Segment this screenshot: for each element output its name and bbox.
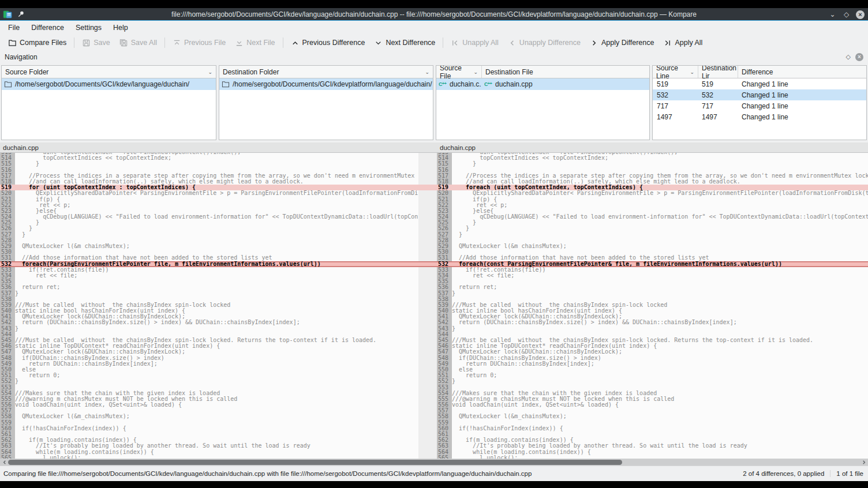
difference-row[interactable]: 717 717 Changed 1 line <box>653 100 866 111</box>
code-line: 543 } <box>0 326 418 332</box>
connector-row <box>418 202 437 208</box>
difference-row[interactable]: 519 519 Changed 1 line <box>653 78 866 89</box>
menu-settings[interactable]: Settings <box>70 22 107 33</box>
connector-row <box>418 208 437 214</box>
source-code-view[interactable]: 513 uint topContextIndex = file->indexed… <box>0 153 418 459</box>
code-line: 527 } <box>0 232 418 238</box>
files-list[interactable]: C⁺⁺ duchain.c... C⁺⁺ duchain.cpp <box>436 78 649 140</box>
difference-row[interactable]: 1497 1497 Changed 1 line <box>653 111 866 122</box>
destination-code-view[interactable]: 513 uint topContextIndex = file->indexed… <box>437 153 868 459</box>
connector-row <box>418 226 437 231</box>
code-line: 530 <box>437 249 868 255</box>
connector-row <box>418 332 437 337</box>
code-line: 549 return DUChain::chainsByIndex[index]… <box>0 361 418 367</box>
code-line: 531 //Add those information that have no… <box>0 255 418 261</box>
code-line: 514 topContextIndices << topContextIndex… <box>0 155 418 161</box>
previous-file-button[interactable]: Previous File <box>168 36 230 50</box>
unapply-difference-button[interactable]: Unapply Difference <box>503 36 585 50</box>
menu-difference[interactable]: Difference <box>25 22 70 33</box>
horizontal-scroll-thumb[interactable] <box>8 460 622 465</box>
line-text: ///Must be called _without_ the chainsBy… <box>452 337 868 343</box>
code-line: 520 QExplicitlySharedDataPointer< Parsin… <box>437 190 868 196</box>
menubar: File Difference Settings Help <box>0 21 868 35</box>
line-text: static inline TopDUContext* readChainFor… <box>452 343 868 349</box>
source-folder-row[interactable]: /home/sergobot/Documents/GCI/kdev/langua… <box>2 78 216 90</box>
titlebar[interactable]: file:///home/sergobot/Documents/GCI/kdev… <box>0 8 868 21</box>
code-line: 526 } <box>437 226 868 231</box>
line-text <box>15 279 418 284</box>
line-text: QMutexLocker lock(&DUChain::chainsByInde… <box>452 314 868 320</box>
line-text <box>452 296 868 302</box>
difference-row[interactable]: 532 532 Changed 1 line <box>653 89 866 100</box>
minimize-button[interactable]: ⌄ <box>828 10 837 19</box>
line-text: } <box>15 378 418 384</box>
dock-close-button[interactable]: × <box>855 53 863 61</box>
source-code-lines: 513 uint topContextIndex = file->indexed… <box>0 153 418 459</box>
menu-help[interactable]: Help <box>107 22 134 33</box>
close-button[interactable]: × <box>856 10 865 19</box>
toolbar-separator <box>74 37 74 48</box>
line-text: while(m_loading.contains(index)) { <box>15 449 418 455</box>
difference-column-header[interactable]: Difference <box>738 66 866 78</box>
save-button[interactable]: Save <box>77 36 115 50</box>
dock-float-button[interactable]: ◇ <box>846 53 851 61</box>
maximize-button[interactable]: ◇ <box>842 10 851 19</box>
line-text: }else{ <box>15 208 418 214</box>
line-text: if(m_loading.contains(index)) { <box>452 437 868 443</box>
line-text: return 0; <box>15 373 418 378</box>
destination-folder-column-header[interactable]: Destination Folder ⌄ <box>219 66 433 78</box>
unapply-all-button[interactable]: Unapply All <box>446 36 503 50</box>
code-line: 562 if(m_loading.contains(index)) { <box>437 437 868 443</box>
destination-line-column-header[interactable]: Destination Lir <box>698 66 738 78</box>
source-folder-column-header[interactable]: Source Folder ⌄ <box>2 66 216 78</box>
file-row[interactable]: C⁺⁺ duchain.c... C⁺⁺ duchain.cpp <box>436 78 649 90</box>
connector-row <box>418 291 437 296</box>
compare-files-button[interactable]: Compare Files <box>3 36 71 50</box>
destination-folder-row[interactable]: /home/sergobot/Documents/GCI/kdevplatfor… <box>219 78 433 90</box>
previous-difference-button[interactable]: Previous Difference <box>286 36 370 50</box>
line-text: while(m_loading.contains(index)) { <box>452 449 868 455</box>
line-text: if(p) { <box>452 197 868 202</box>
connector-row <box>418 220 437 226</box>
save-all-button[interactable]: Save All <box>115 36 162 50</box>
apply-all-button[interactable]: Apply All <box>659 36 707 50</box>
source-line-value: 519 <box>653 80 698 88</box>
source-pane-title: duchain.cpp <box>0 142 437 153</box>
source-file-column-header[interactable]: Source File ⌄ <box>436 66 481 78</box>
code-line: 530 <box>0 249 418 255</box>
scroll-left-icon[interactable] <box>0 460 8 465</box>
line-text: if(DUChain::chainsByIndex.size() > index… <box>452 355 868 361</box>
next-file-icon <box>235 39 244 47</box>
line-text: return ret; <box>15 284 418 290</box>
apply-difference-button[interactable]: Apply Difference <box>585 36 659 50</box>
scroll-right-icon[interactable] <box>860 460 868 465</box>
code-line: 543 } <box>437 326 868 332</box>
destination-file-column-header[interactable]: Destination File <box>481 66 649 78</box>
source-folder-list[interactable]: /home/sergobot/Documents/GCI/kdev/langua… <box>2 78 216 140</box>
code-line: 560 if(!hasChainForIndex(index)) { <box>437 426 868 431</box>
line-text: //Add those information that have not be… <box>15 255 418 261</box>
destination-folder-list[interactable]: /home/sergobot/Documents/GCI/kdevplatfor… <box>219 78 433 140</box>
line-text: void loadChain(uint index, QSet<uint>& l… <box>452 402 868 408</box>
line-text <box>452 431 868 437</box>
next-file-button[interactable]: Next File <box>230 36 279 50</box>
line-text: return DUChain::chainsByIndex[index]; <box>15 361 418 367</box>
navigation-dock-header[interactable]: Navigation ◇ × <box>0 51 868 63</box>
line-text: if(p) { <box>15 197 418 202</box>
line-text: } <box>15 326 418 332</box>
source-line-column-header[interactable]: Source Line ⌄ <box>653 66 698 78</box>
next-difference-button[interactable]: Next Difference <box>369 36 440 50</box>
line-text: if(!hasChainForIndex(index)) { <box>15 426 418 431</box>
connector-row <box>418 190 437 196</box>
line-text <box>452 238 868 243</box>
folder-icon <box>222 81 230 88</box>
menu-file[interactable]: File <box>2 22 25 33</box>
code-line: 551 return 0; <box>0 373 418 378</box>
line-text: ///Makes sure that the chain with the gi… <box>452 391 868 396</box>
horizontal-scrollbar[interactable] <box>0 459 868 466</box>
sort-chevron-icon: ⌄ <box>470 69 478 75</box>
line-text: } <box>452 378 868 384</box>
code-line: 524 qCDebug(LANGUAGE) << "Failed to load… <box>437 214 868 220</box>
difference-list[interactable]: 519 519 Changed 1 line 532 532 Changed 1… <box>653 78 866 140</box>
line-text: if(DUChain::chainsByIndex.size() > index… <box>15 355 418 361</box>
